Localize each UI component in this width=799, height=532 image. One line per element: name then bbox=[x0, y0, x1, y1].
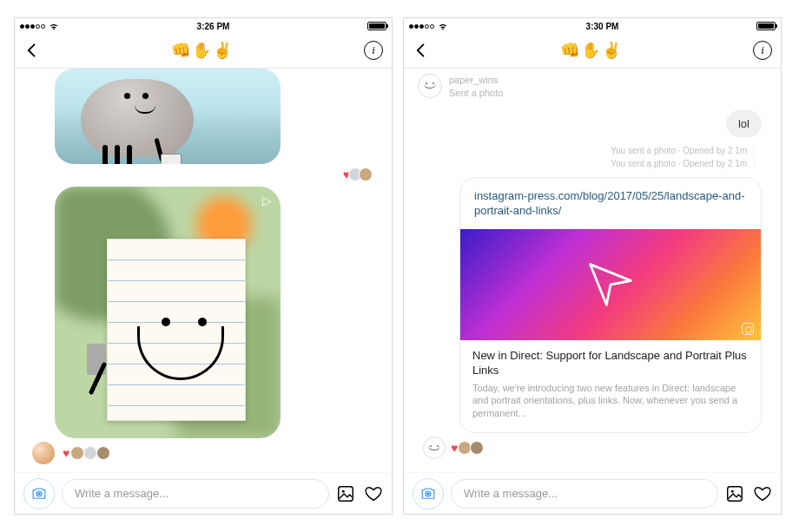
send-plane-icon bbox=[586, 260, 635, 309]
svg-line-4 bbox=[611, 280, 631, 285]
sender-reactions-row: ♥ bbox=[423, 437, 774, 459]
wifi-icon bbox=[438, 23, 448, 30]
incoming-photo-notice[interactable]: paper_wins Sent a photo bbox=[449, 74, 503, 100]
signal-dots-icon bbox=[20, 24, 45, 29]
sender-reactions-row: ♥ bbox=[32, 442, 385, 464]
reaction-avatar bbox=[96, 446, 110, 460]
clock: 3:30 PM bbox=[586, 22, 619, 31]
outgoing-message-bubble[interactable]: lol bbox=[726, 110, 762, 137]
chat-header: 👊✋✌️ i bbox=[404, 32, 781, 69]
message-input[interactable]: Write a message... bbox=[451, 479, 718, 509]
back-icon[interactable] bbox=[413, 42, 430, 59]
status-bar: 3:30 PM bbox=[404, 18, 781, 32]
gallery-icon[interactable] bbox=[725, 484, 744, 503]
reactions-row[interactable]: ♥ bbox=[22, 167, 373, 181]
status-bar: 3:26 PM bbox=[15, 18, 392, 32]
signal-dots-icon bbox=[409, 24, 434, 29]
heart-icon: ♥ bbox=[451, 441, 458, 455]
reaction-avatar bbox=[70, 446, 84, 460]
svg-rect-6 bbox=[728, 486, 743, 501]
heart-outline-icon[interactable] bbox=[753, 484, 772, 503]
chat-header: 👊✋✌️ i bbox=[15, 32, 392, 69]
link-description: Today, we're introducing two new feature… bbox=[472, 382, 749, 421]
instagram-icon bbox=[742, 323, 754, 335]
heart-outline-icon[interactable] bbox=[364, 484, 383, 503]
svg-point-0 bbox=[37, 492, 41, 496]
info-icon[interactable]: i bbox=[364, 41, 383, 60]
play-icon: ▷ bbox=[262, 194, 272, 207]
svg-point-5 bbox=[426, 492, 430, 496]
camera-button[interactable] bbox=[23, 478, 55, 509]
link-title: New in Direct: Support for Landscape and… bbox=[472, 349, 749, 378]
media-message-paper[interactable]: ▷ bbox=[55, 187, 281, 438]
message-status: You sent a photo · Opened by 2 1m bbox=[411, 159, 774, 168]
svg-point-7 bbox=[731, 489, 734, 492]
messages-pane[interactable]: ♥ ▷ ♥ bbox=[15, 69, 392, 472]
screenshot-pair: 3:26 PM 👊✋✌️ i ♥ bbox=[0, 0, 799, 532]
reaction-avatar bbox=[83, 446, 97, 460]
gallery-icon[interactable] bbox=[336, 484, 355, 503]
camera-icon bbox=[31, 486, 47, 502]
phone-left: 3:26 PM 👊✋✌️ i ♥ bbox=[14, 17, 393, 515]
reaction-avatar bbox=[359, 167, 373, 181]
svg-rect-1 bbox=[339, 486, 353, 501]
messages-pane[interactable]: paper_wins Sent a photo lol You sent a p… bbox=[404, 69, 781, 472]
sender-avatar[interactable] bbox=[418, 74, 442, 98]
clock: 3:26 PM bbox=[197, 22, 230, 31]
sender-avatar[interactable] bbox=[423, 437, 446, 459]
composer-bar: Write a message... bbox=[404, 472, 781, 514]
composer-bar: Write a message... bbox=[15, 472, 392, 514]
back-icon[interactable] bbox=[23, 42, 41, 59]
svg-point-2 bbox=[342, 489, 345, 492]
phone-right: 3:30 PM 👊✋✌️ i paper_wins Sent a photo l… bbox=[403, 17, 782, 515]
battery-icon bbox=[367, 22, 386, 30]
link-image bbox=[460, 229, 761, 340]
message-status: You sent a photo · Opened by 2 1m bbox=[411, 146, 774, 155]
sender-avatar[interactable] bbox=[32, 442, 55, 464]
chat-title: 👊✋✌️ bbox=[560, 41, 623, 60]
message-input[interactable]: Write a message... bbox=[62, 479, 329, 509]
media-message-rock[interactable] bbox=[55, 69, 281, 164]
link-url: instagram-press.com/blog/2017/05/25/land… bbox=[460, 178, 761, 229]
heart-icon: ♥ bbox=[63, 446, 69, 460]
wifi-icon bbox=[49, 23, 59, 30]
chat-title: 👊✋✌️ bbox=[171, 41, 234, 60]
camera-button[interactable] bbox=[413, 478, 444, 509]
battery-icon bbox=[756, 22, 776, 30]
reaction-avatar bbox=[470, 441, 484, 455]
link-preview-card[interactable]: instagram-press.com/blog/2017/05/25/land… bbox=[459, 177, 762, 433]
info-icon[interactable]: i bbox=[753, 41, 772, 60]
camera-icon bbox=[420, 486, 436, 502]
